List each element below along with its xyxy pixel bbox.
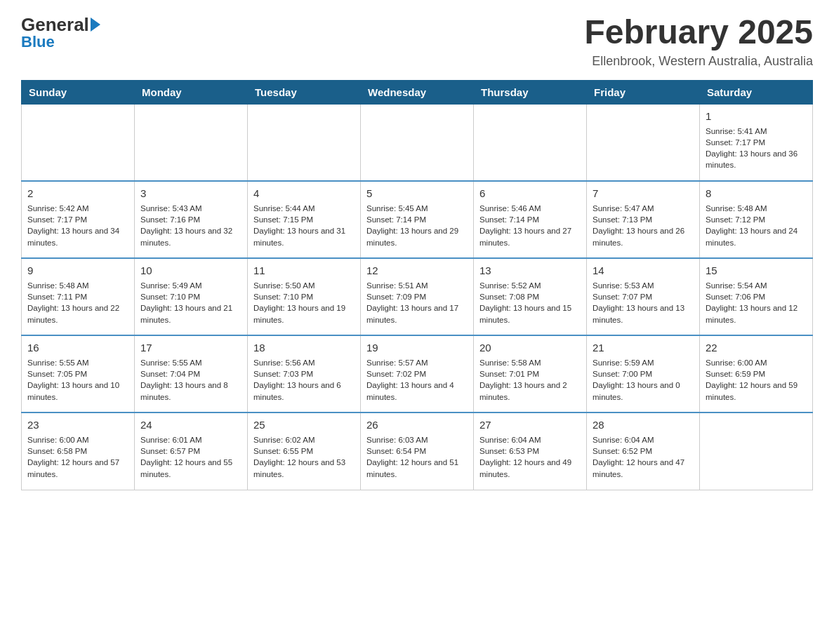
day-number: 24 [140,417,241,432]
day-info: Sunrise: 6:02 AM Sunset: 6:55 PM Dayligh… [253,434,355,479]
calendar-cell: 12Sunrise: 5:51 AM Sunset: 7:09 PM Dayli… [361,258,474,335]
day-number: 6 [479,186,581,201]
day-info: Sunrise: 5:41 AM Sunset: 7:17 PM Dayligh… [706,126,807,170]
day-number: 17 [140,340,241,355]
location: Ellenbrook, Western Australia, Australia [584,54,813,69]
calendar: SundayMondayTuesdayWednesdayThursdayFrid… [21,80,813,490]
calendar-cell: 28Sunrise: 6:04 AM Sunset: 6:52 PM Dayli… [587,412,700,490]
day-info: Sunrise: 5:42 AM Sunset: 7:17 PM Dayligh… [27,203,128,248]
day-info: Sunrise: 5:49 AM Sunset: 7:10 PM Dayligh… [140,280,241,325]
day-number: 11 [253,263,355,278]
day-info: Sunrise: 6:04 AM Sunset: 6:52 PM Dayligh… [593,434,694,479]
day-info: Sunrise: 6:04 AM Sunset: 6:53 PM Dayligh… [479,434,581,479]
day-header-friday: Friday [587,80,700,104]
day-number: 10 [140,263,241,278]
day-info: Sunrise: 6:01 AM Sunset: 6:57 PM Dayligh… [140,434,241,479]
calendar-cell: 16Sunrise: 5:55 AM Sunset: 7:05 PM Dayli… [22,335,135,412]
calendar-cell: 5Sunrise: 5:45 AM Sunset: 7:14 PM Daylig… [361,181,474,258]
day-number: 15 [706,263,807,278]
calendar-week-2: 2Sunrise: 5:42 AM Sunset: 7:17 PM Daylig… [22,181,813,258]
day-number: 26 [366,417,468,432]
day-info: Sunrise: 6:03 AM Sunset: 6:54 PM Dayligh… [366,434,468,479]
day-info: Sunrise: 5:45 AM Sunset: 7:14 PM Dayligh… [366,203,468,248]
day-header-sunday: Sunday [22,80,135,104]
calendar-cell: 11Sunrise: 5:50 AM Sunset: 7:10 PM Dayli… [248,258,361,335]
logo-blue: Blue [21,33,55,51]
day-header-saturday: Saturday [700,80,813,104]
day-number: 27 [479,417,581,432]
month-title: February 2025 [584,14,813,51]
calendar-cell [474,104,587,181]
logo: General Blue [21,14,100,51]
day-number: 4 [253,186,355,201]
day-info: Sunrise: 5:46 AM Sunset: 7:14 PM Dayligh… [479,203,581,248]
day-number: 23 [27,417,128,432]
page-header: General Blue February 2025 Ellenbrook, W… [21,14,813,69]
calendar-cell: 4Sunrise: 5:44 AM Sunset: 7:15 PM Daylig… [248,181,361,258]
day-number: 5 [366,186,468,201]
day-number: 3 [140,186,241,201]
day-number: 16 [27,340,128,355]
calendar-cell [22,104,135,181]
calendar-cell: 18Sunrise: 5:56 AM Sunset: 7:03 PM Dayli… [248,335,361,412]
day-number: 7 [593,186,694,201]
day-number: 2 [27,186,128,201]
calendar-cell [248,104,361,181]
calendar-cell: 9Sunrise: 5:48 AM Sunset: 7:11 PM Daylig… [22,258,135,335]
day-number: 1 [706,109,807,123]
day-info: Sunrise: 5:59 AM Sunset: 7:00 PM Dayligh… [593,357,694,402]
day-info: Sunrise: 5:53 AM Sunset: 7:07 PM Dayligh… [593,280,694,325]
calendar-cell: 3Sunrise: 5:43 AM Sunset: 7:16 PM Daylig… [135,181,248,258]
calendar-cell: 8Sunrise: 5:48 AM Sunset: 7:12 PM Daylig… [700,181,813,258]
calendar-cell: 10Sunrise: 5:49 AM Sunset: 7:10 PM Dayli… [135,258,248,335]
day-info: Sunrise: 5:44 AM Sunset: 7:15 PM Dayligh… [253,203,355,248]
day-info: Sunrise: 5:48 AM Sunset: 7:11 PM Dayligh… [27,280,128,325]
day-number: 18 [253,340,355,355]
calendar-cell [135,104,248,181]
day-number: 25 [253,417,355,432]
day-number: 20 [479,340,581,355]
calendar-cell: 24Sunrise: 6:01 AM Sunset: 6:57 PM Dayli… [135,412,248,490]
day-info: Sunrise: 5:52 AM Sunset: 7:08 PM Dayligh… [479,280,581,325]
day-info: Sunrise: 5:47 AM Sunset: 7:13 PM Dayligh… [593,203,694,248]
day-info: Sunrise: 6:00 AM Sunset: 6:58 PM Dayligh… [27,434,128,479]
calendar-week-1: 1Sunrise: 5:41 AM Sunset: 7:17 PM Daylig… [22,104,813,181]
calendar-header-row: SundayMondayTuesdayWednesdayThursdayFrid… [22,80,813,104]
day-header-thursday: Thursday [474,80,587,104]
day-header-tuesday: Tuesday [248,80,361,104]
day-number: 12 [366,263,468,278]
calendar-cell: 13Sunrise: 5:52 AM Sunset: 7:08 PM Dayli… [474,258,587,335]
calendar-cell: 27Sunrise: 6:04 AM Sunset: 6:53 PM Dayli… [474,412,587,490]
calendar-cell: 20Sunrise: 5:58 AM Sunset: 7:01 PM Dayli… [474,335,587,412]
calendar-cell: 7Sunrise: 5:47 AM Sunset: 7:13 PM Daylig… [587,181,700,258]
day-info: Sunrise: 5:50 AM Sunset: 7:10 PM Dayligh… [253,280,355,325]
day-number: 19 [366,340,468,355]
day-info: Sunrise: 6:00 AM Sunset: 6:59 PM Dayligh… [706,357,807,402]
day-info: Sunrise: 5:43 AM Sunset: 7:16 PM Dayligh… [140,203,241,248]
day-info: Sunrise: 5:57 AM Sunset: 7:02 PM Dayligh… [366,357,468,402]
calendar-cell: 17Sunrise: 5:55 AM Sunset: 7:04 PM Dayli… [135,335,248,412]
calendar-cell: 1Sunrise: 5:41 AM Sunset: 7:17 PM Daylig… [700,104,813,181]
day-info: Sunrise: 5:54 AM Sunset: 7:06 PM Dayligh… [706,280,807,325]
day-info: Sunrise: 5:55 AM Sunset: 7:05 PM Dayligh… [27,357,128,402]
calendar-cell: 2Sunrise: 5:42 AM Sunset: 7:17 PM Daylig… [22,181,135,258]
day-header-monday: Monday [135,80,248,104]
day-info: Sunrise: 5:51 AM Sunset: 7:09 PM Dayligh… [366,280,468,325]
calendar-cell: 25Sunrise: 6:02 AM Sunset: 6:55 PM Dayli… [248,412,361,490]
calendar-cell: 19Sunrise: 5:57 AM Sunset: 7:02 PM Dayli… [361,335,474,412]
calendar-cell: 21Sunrise: 5:59 AM Sunset: 7:00 PM Dayli… [587,335,700,412]
calendar-cell [700,412,813,490]
day-number: 28 [593,417,694,432]
calendar-week-4: 16Sunrise: 5:55 AM Sunset: 7:05 PM Dayli… [22,335,813,412]
day-number: 22 [706,340,807,355]
day-info: Sunrise: 5:48 AM Sunset: 7:12 PM Dayligh… [706,203,807,248]
logo-arrow-icon [91,18,100,32]
day-header-wednesday: Wednesday [361,80,474,104]
calendar-cell [587,104,700,181]
calendar-cell [361,104,474,181]
day-info: Sunrise: 5:58 AM Sunset: 7:01 PM Dayligh… [479,357,581,402]
calendar-cell: 15Sunrise: 5:54 AM Sunset: 7:06 PM Dayli… [700,258,813,335]
calendar-week-5: 23Sunrise: 6:00 AM Sunset: 6:58 PM Dayli… [22,412,813,490]
day-info: Sunrise: 5:55 AM Sunset: 7:04 PM Dayligh… [140,357,241,402]
calendar-cell: 22Sunrise: 6:00 AM Sunset: 6:59 PM Dayli… [700,335,813,412]
